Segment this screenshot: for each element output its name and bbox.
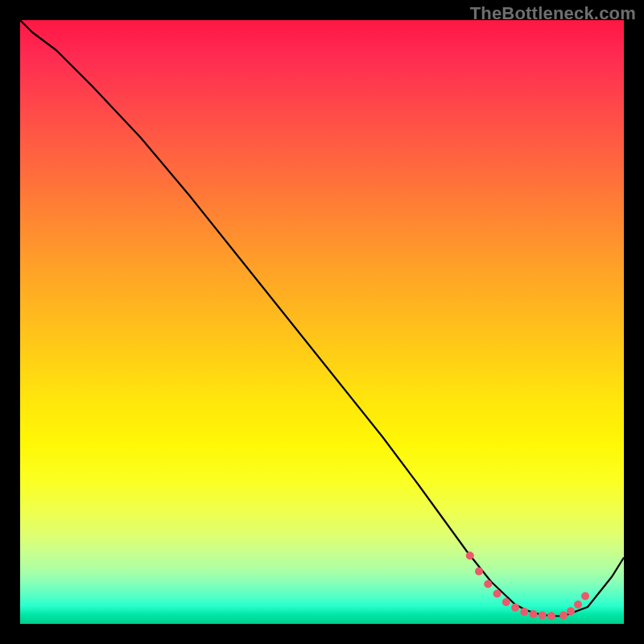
highlight-dot [466, 551, 474, 559]
highlight-dot [475, 568, 483, 576]
watermark-text: TheBottleneck.com [470, 3, 636, 24]
highlight-dots-group [466, 551, 589, 620]
highlight-dot [581, 592, 589, 601]
highlight-dot [559, 612, 568, 620]
highlight-dot [511, 604, 519, 612]
highlight-dot [502, 598, 510, 606]
highlight-dot [567, 607, 575, 615]
highlight-dot [539, 612, 547, 620]
highlight-dot [530, 610, 538, 618]
highlight-dot [520, 608, 528, 616]
highlight-dot [484, 580, 492, 588]
highlight-dot [547, 612, 555, 620]
highlight-dot [574, 601, 582, 609]
chart-container: TheBottleneck.com [0, 0, 644, 644]
chart-curve [20, 20, 624, 616]
chart-plot-svg [20, 20, 624, 624]
highlight-dot [493, 590, 502, 598]
